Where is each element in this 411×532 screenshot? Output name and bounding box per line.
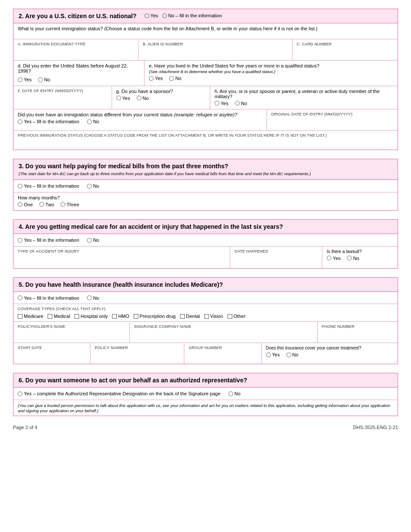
ds-no[interactable]: No bbox=[87, 119, 99, 124]
policy-row: START DATE POLICY NUMBER GROUP NUMBER Do… bbox=[13, 343, 398, 364]
different-status-radio: Yes – fill in the information No bbox=[18, 119, 99, 124]
check-medicare[interactable]: Medicare bbox=[18, 314, 43, 319]
cell-g: g. Do you have a sponsor? Yes No bbox=[112, 86, 211, 109]
different-status-example: (example: refugee or asylee)? bbox=[174, 112, 237, 117]
s5-yes-no-row: Yes – fill in the information No bbox=[13, 292, 398, 304]
g-no[interactable]: No bbox=[137, 96, 149, 101]
d-yes[interactable]: Yes bbox=[18, 77, 32, 82]
s3-no[interactable]: No bbox=[87, 183, 99, 189]
label-phone: PHONE NUMBER bbox=[322, 324, 393, 329]
label-g: g. Do you have a sponsor? bbox=[116, 89, 206, 94]
s4-radio-group: Yes – fill in the information No bbox=[18, 237, 99, 243]
s4-yes-no-row: Yes – fill in the information No bbox=[13, 234, 398, 247]
de-row: d. Did you enter the United States befor… bbox=[13, 61, 398, 86]
immigration-status-label: What is your current immigration status?… bbox=[18, 26, 318, 31]
label-group-number: GROUP NUMBER bbox=[189, 346, 257, 350]
label-policy-number: POLICY NUMBER bbox=[95, 346, 180, 350]
lawsuit-yes[interactable]: Yes bbox=[327, 256, 340, 261]
section-3-subtitle: (The start date for MA-BC can go back up… bbox=[19, 171, 392, 176]
coverage-label: COVERAGE TYPES (check all that apply) bbox=[18, 307, 393, 311]
e-yes[interactable]: Yes bbox=[149, 76, 163, 81]
section-4: 4. Are you getting medical care for an a… bbox=[13, 219, 398, 269]
label-insurance-company: INSURANCE COMPANY NAME bbox=[134, 324, 313, 329]
check-hmo[interactable]: HMO bbox=[112, 314, 129, 319]
lawsuit-no[interactable]: No bbox=[347, 256, 359, 261]
label-e-note: (See Attachment B to determine whether y… bbox=[149, 69, 393, 74]
e-no[interactable]: No bbox=[169, 76, 181, 81]
check-other[interactable]: Other: bbox=[228, 314, 247, 319]
s3-two[interactable]: Two bbox=[39, 202, 54, 207]
section-3-header: 3. Do you want help paying for medical b… bbox=[13, 159, 398, 180]
fgh-row: f. DATE OF ENTRY (MM/DD/YYYY) g. Do you … bbox=[13, 86, 398, 110]
s4-no[interactable]: No bbox=[87, 237, 99, 243]
cell-f: f. DATE OF ENTRY (MM/DD/YYYY) bbox=[13, 86, 112, 109]
cell-a: a. IMMIGRATION DOCUMENT TYPE bbox=[13, 39, 138, 60]
section-3: 3. Do you want help paying for medical b… bbox=[13, 159, 398, 211]
cell-start-date: START DATE bbox=[13, 343, 90, 364]
check-prescription[interactable]: Prescription drug bbox=[134, 314, 176, 319]
section-6-title: 6. Do you want someone to act on your be… bbox=[19, 377, 247, 384]
cell-c: c. CARD NUMBER bbox=[292, 39, 398, 60]
cell-group-number: GROUP NUMBER bbox=[184, 343, 261, 364]
s2-yes-option[interactable]: Yes bbox=[144, 13, 158, 18]
cell-policy-number: POLICY NUMBER bbox=[90, 343, 184, 364]
section-4-header: 4. Are you getting medical care for an a… bbox=[13, 220, 398, 234]
s2-no-option[interactable]: No – fill in the information bbox=[162, 13, 222, 18]
h-no[interactable]: No bbox=[235, 101, 247, 106]
different-status-q: Did you ever have an immigration status … bbox=[18, 112, 173, 117]
footer-right: DHS-3525-ENG 2-21 bbox=[353, 425, 398, 430]
cancer-radio: Yes No bbox=[266, 352, 299, 357]
label-h: h. Are you, or is your spouse or parent,… bbox=[215, 89, 393, 99]
section-5-title: 5. Do you have health insurance (health … bbox=[19, 281, 223, 288]
s3-months-row: How many months? One Two Three bbox=[13, 192, 398, 211]
cell-original-date: ORIGINAL DATE OF ENTRY (MM/DD/YYYY) bbox=[267, 109, 398, 130]
label-f: f. DATE OF ENTRY (MM/DD/YYYY) bbox=[18, 89, 107, 93]
section-2-header: 2. Are you a U.S. citizen or U.S. nation… bbox=[13, 9, 398, 23]
section-2-body: What is your current immigration status?… bbox=[13, 23, 398, 150]
s6-yes[interactable]: Yes – complete the Authorized Representa… bbox=[18, 391, 221, 396]
section-6-header: 6. Do you want someone to act on your be… bbox=[13, 373, 398, 388]
s3-three[interactable]: Three bbox=[61, 202, 79, 207]
cell-d: d. Did you enter the United States befor… bbox=[13, 61, 144, 86]
section-6-body: Yes – complete the Authorized Representa… bbox=[13, 388, 398, 416]
cancer-yes[interactable]: Yes bbox=[266, 352, 280, 357]
label-previous-status: PREVIOUS IMMIGRATION STATUS (Choose a st… bbox=[18, 133, 393, 138]
section-6: 6. Do you want someone to act on your be… bbox=[13, 373, 398, 416]
d-no[interactable]: No bbox=[38, 77, 50, 82]
cell-phone: PHONE NUMBER bbox=[318, 322, 398, 343]
s4-accident-row: TYPE OF ACCIDENT OR INJURY DATE HAPPENED… bbox=[13, 247, 398, 268]
s6-note-row: (You can give a trusted person permissio… bbox=[13, 400, 398, 416]
h-yes[interactable]: Yes bbox=[215, 101, 228, 106]
check-hospital[interactable]: Hospital only bbox=[74, 314, 108, 319]
cell-date-happened: DATE HAPPENED bbox=[230, 247, 322, 268]
policyholder-row: POLICYHOLDER'S NAME INSURANCE COMPANY NA… bbox=[13, 322, 398, 343]
cell-e: e. Have you lived in the United States f… bbox=[144, 61, 398, 86]
ds-yes[interactable]: Yes – fill in the information bbox=[18, 119, 79, 124]
s5-yes[interactable]: Yes – fill in the information bbox=[18, 295, 79, 301]
s6-radio-group: Yes – complete the Authorized Representa… bbox=[18, 391, 241, 396]
different-status-row: Did you ever have an immigration status … bbox=[13, 109, 398, 131]
d-radio-group: Yes No bbox=[18, 77, 50, 82]
check-vision[interactable]: Vision bbox=[204, 314, 223, 319]
s6-yes-no-row: Yes – complete the Authorized Representa… bbox=[13, 388, 398, 400]
label-date-happened: DATE HAPPENED bbox=[234, 249, 318, 253]
check-medical[interactable]: Medical bbox=[48, 314, 70, 319]
cell-insurance-company: INSURANCE COMPANY NAME bbox=[130, 322, 318, 343]
check-dental[interactable]: Dental bbox=[180, 314, 200, 319]
label-c: c. CARD NUMBER bbox=[297, 42, 393, 46]
cell-cancer: Does this insurance cover your cancer tr… bbox=[262, 343, 398, 364]
cancer-no[interactable]: No bbox=[286, 352, 299, 357]
label-a: a. IMMIGRATION DOCUMENT TYPE bbox=[18, 42, 134, 46]
label-b: b. ALIEN ID NUMBER bbox=[143, 42, 288, 46]
s6-note: (You can give a trusted person permissio… bbox=[18, 403, 390, 413]
s5-no[interactable]: No bbox=[87, 295, 99, 301]
s3-yes[interactable]: Yes – fill in the information bbox=[18, 183, 79, 189]
s3-radio-group: Yes – fill in the information No bbox=[18, 183, 99, 189]
g-yes[interactable]: Yes bbox=[116, 96, 130, 101]
label-policyholder: POLICYHOLDER'S NAME bbox=[18, 324, 125, 329]
s2-no-radio[interactable] bbox=[162, 13, 167, 18]
s6-no[interactable]: No bbox=[228, 391, 241, 396]
s2-yes-radio[interactable] bbox=[144, 13, 149, 18]
s3-one[interactable]: One bbox=[18, 202, 33, 207]
s4-yes[interactable]: Yes – fill in the information bbox=[18, 237, 79, 243]
